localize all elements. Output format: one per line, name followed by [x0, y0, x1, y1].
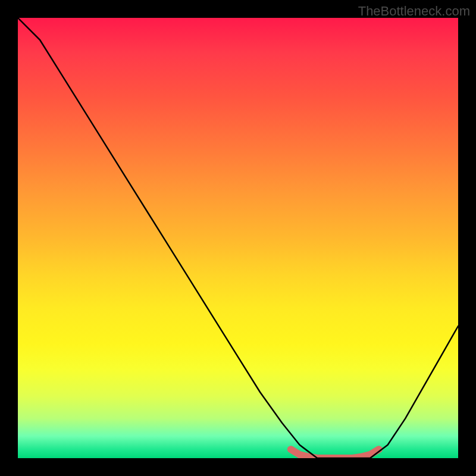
highlight-segment	[291, 449, 379, 458]
curve-svg	[18, 18, 458, 458]
bottleneck-curve	[18, 18, 458, 458]
chart-container: TheBottleneck.com	[0, 0, 476, 476]
plot-area	[18, 18, 458, 458]
watermark-text: TheBottleneck.com	[358, 4, 470, 19]
